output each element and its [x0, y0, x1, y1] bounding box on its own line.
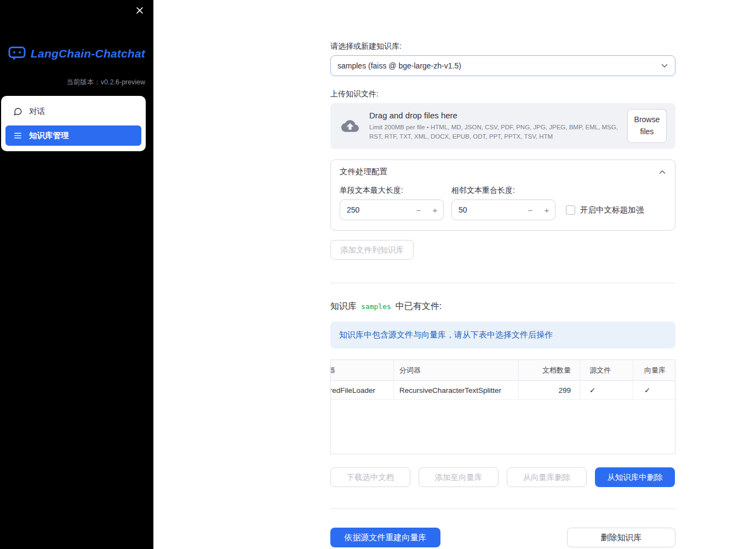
download-selected-button[interactable]: 下载选中文档	[330, 467, 410, 487]
dropzone-title: Drag and drop files here	[369, 111, 619, 120]
content-column: 请选择或新建知识库: samples (faiss @ bge-large-zh…	[330, 0, 675, 547]
upload-label: 上传知识文件:	[330, 89, 675, 99]
delete-kb-button[interactable]: 删除知识库	[567, 528, 675, 547]
main-content: 请选择或新建知识库: samples (faiss @ bge-large-zh…	[153, 0, 756, 549]
app-logo: LangChain-Chatchat	[0, 46, 153, 61]
chunk-size-label: 单段文本最大长度:	[340, 186, 444, 196]
cell-doc-count[interactable]: 299	[519, 381, 580, 399]
dropzone-text-block: Drag and drop files here Limit 200MB per…	[369, 111, 619, 141]
cell-loader[interactable]: UnstructuredFileLoader	[331, 381, 394, 399]
existing-files-prefix: 知识库	[330, 301, 357, 312]
existing-files-suffix: 中已有文件:	[396, 301, 442, 312]
overlap-size-field: 相邻文本重合长度: 50 − +	[451, 186, 555, 220]
kb-name-code: samples	[361, 302, 391, 311]
divider	[330, 508, 675, 509]
cell-vector-store-check[interactable]: ✓	[633, 381, 675, 399]
add-files-to-kb-button[interactable]: 添加文件到知识库	[330, 240, 414, 260]
zh-title-enhance-checkbox[interactable]: 开启中文标题加强	[566, 199, 644, 220]
sidebar: LangChain-Chatchat 当前版本：v0.2.6-preview 对…	[0, 0, 153, 549]
rebuild-vector-store-button[interactable]: 依据源文件重建向量库	[330, 528, 440, 547]
chunk-size-plus-button[interactable]: +	[427, 200, 443, 220]
chunk-size-minus-button[interactable]: −	[410, 200, 427, 220]
app-root: LangChain-Chatchat 当前版本：v0.2.6-preview 对…	[0, 0, 756, 549]
kb-select-value: samples (faiss @ bge-large-zh-v1.5)	[337, 61, 461, 70]
info-alert: 知识库中包含源文件与向量库，请从下表中选择文件后操作	[330, 322, 675, 348]
existing-files-line: 知识库 samples 中已有文件:	[330, 301, 675, 312]
info-alert-text: 知识库中包含源文件与向量库，请从下表中选择文件后操作	[339, 330, 553, 339]
table-row[interactable]: UnstructuredFileLoader RecursiveCharacte…	[331, 381, 675, 400]
sidebar-item-knowledge-base[interactable]: 知识库管理	[5, 125, 141, 146]
dropzone-limit-text: Limit 200MB per file • HTML, MD, JSON, C…	[369, 123, 619, 141]
checkbox-unchecked-icon	[566, 205, 575, 215]
chat-logo-icon	[8, 46, 26, 61]
browse-files-button[interactable]: Browse files	[627, 109, 667, 142]
expander-header[interactable]: 文件处理配置	[331, 160, 675, 182]
overlap-size-plus-button[interactable]: +	[539, 200, 555, 220]
add-to-vector-store-button[interactable]: 添加至向量库	[419, 467, 499, 487]
file-dropzone[interactable]: Drag and drop files here Limit 200MB per…	[330, 103, 675, 149]
divider	[330, 283, 675, 283]
column-header-vector-store[interactable]: 向量库	[633, 360, 675, 380]
column-header-splitter[interactable]: 分词器	[394, 360, 519, 380]
remove-from-vector-store-button[interactable]: 从向量库删除	[507, 467, 587, 487]
version-text: 当前版本：v0.2.6-preview	[0, 78, 153, 87]
column-header-doc-count[interactable]: 文档数量	[519, 360, 580, 380]
version-label: 当前版本：	[66, 78, 101, 86]
delete-from-kb-button[interactable]: 从知识库中删除	[595, 467, 675, 487]
chevron-up-icon	[657, 167, 667, 177]
cloud-upload-icon	[339, 117, 361, 135]
chat-bubble-icon	[13, 107, 22, 116]
sidebar-item-label: 对话	[29, 106, 45, 117]
file-config-expander: 文件处理配置 单段文本最大长度: 250 − +	[330, 159, 675, 231]
sidebar-item-label: 知识库管理	[29, 130, 69, 141]
chunk-size-input[interactable]: 250 − +	[340, 199, 444, 220]
knowledge-base-icon	[13, 131, 22, 140]
sidebar-close-button[interactable]	[134, 4, 146, 16]
cell-source-file-check[interactable]: ✓	[580, 381, 633, 399]
overlap-size-input[interactable]: 50 − +	[451, 199, 555, 220]
file-actions-row: 下载选中文档 添加至向量库 从向量库删除 从知识库中删除	[330, 467, 675, 487]
kb-actions-row: 依据源文件重建向量库 删除知识库	[330, 528, 675, 547]
expander-title: 文件处理配置	[340, 167, 387, 177]
overlap-size-minus-button[interactable]: −	[522, 200, 539, 220]
column-header-source-file[interactable]: 源文件	[580, 360, 633, 380]
checkmark-icon: ✓	[644, 386, 650, 394]
chevron-down-icon	[660, 61, 669, 71]
close-icon	[136, 7, 144, 14]
cell-splitter[interactable]: RecursiveCharacterTextSplitter	[394, 381, 519, 399]
files-table[interactable]: 文档加载器 分词器 文档数量 源文件 向量库 UnstructuredFileL…	[330, 359, 675, 454]
overlap-size-label: 相邻文本重合长度:	[451, 186, 555, 196]
expander-body: 单段文本最大长度: 250 − + 相邻文本重合长度: 50 − +	[331, 182, 675, 230]
sidebar-menu: 对话 知识库管理	[1, 96, 146, 151]
kb-select[interactable]: samples (faiss @ bge-large-zh-v1.5)	[330, 55, 675, 76]
logo-text: LangChain-Chatchat	[31, 47, 145, 60]
chunk-size-value: 250	[340, 205, 410, 214]
zh-title-enhance-label: 开启中文标题加强	[580, 205, 644, 215]
overlap-size-value: 50	[452, 205, 522, 214]
version-value: v0.2.6-preview	[101, 78, 145, 86]
sidebar-item-dialogue[interactable]: 对话	[5, 101, 141, 122]
chunk-size-field: 单段文本最大长度: 250 − +	[340, 186, 444, 220]
column-header-loader[interactable]: 文档加载器	[331, 360, 394, 380]
table-header-row: 文档加载器 分词器 文档数量 源文件 向量库	[331, 360, 675, 381]
kb-select-label: 请选择或新建知识库:	[330, 42, 675, 52]
checkmark-icon: ✓	[589, 386, 595, 394]
